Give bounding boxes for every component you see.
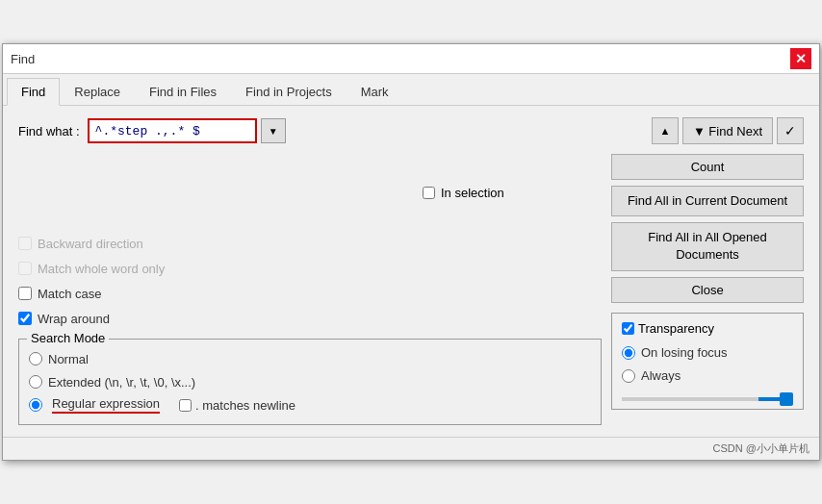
transparency-slider-row [622, 388, 793, 401]
wrap-around-checkbox[interactable] [18, 312, 32, 325]
wrap-around-row: Wrap around [18, 306, 602, 331]
dialog-title: Find [11, 52, 35, 66]
always-label: Always [641, 368, 681, 383]
match-case-row: Match case [18, 281, 602, 306]
tab-replace[interactable]: Replace [60, 78, 135, 105]
radio-regex[interactable] [29, 398, 42, 412]
close-dialog-button[interactable]: ✕ [790, 48, 811, 69]
backward-direction-row: Backward direction [18, 231, 602, 256]
wrap-around-label: Wrap around [38, 312, 110, 326]
title-bar: Find ✕ [3, 44, 819, 74]
match-case-checkbox[interactable] [18, 287, 32, 300]
checkbox-area: Backward direction Match whole word only… [18, 231, 602, 331]
radio-always[interactable] [622, 369, 635, 383]
find-what-row: Find what : ▼ ▲ ▼ Find Next ✓ [18, 117, 804, 144]
matches-newline-area: . matches newline [179, 398, 295, 413]
tab-find[interactable]: Find [7, 78, 60, 106]
left-panel: In selection Backward direction Match wh… [18, 154, 602, 425]
always-row: Always [622, 365, 793, 388]
radio-extended[interactable] [29, 375, 42, 389]
find-next-button[interactable]: ▼ Find Next [682, 117, 773, 144]
matches-newline-checkbox[interactable] [179, 399, 192, 412]
find-what-dropdown-button[interactable]: ▼ [261, 118, 286, 143]
close-button[interactable]: Close [611, 277, 804, 303]
bookmark-button[interactable]: ✓ [777, 117, 804, 144]
transparency-slider[interactable] [622, 397, 793, 401]
transparency-header: Transparency [622, 321, 793, 336]
match-case-label: Match case [38, 287, 101, 301]
find-dialog: Find ✕ Find Replace Find in Files Find i… [2, 43, 820, 461]
dialog-content: Find what : ▼ ▲ ▼ Find Next ✓ In selecti [3, 106, 819, 437]
main-area: In selection Backward direction Match wh… [18, 154, 804, 425]
find-what-input[interactable] [88, 118, 257, 143]
radio-regex-row: Regular expression . matches newline [29, 393, 591, 416]
tab-find-in-projects[interactable]: Find in Projects [231, 78, 347, 105]
match-whole-word-label: Match whole word only [38, 262, 165, 276]
radio-normal[interactable] [29, 352, 42, 365]
radio-extended-row: Extended (\n, \r, \t, \0, \x...) [29, 370, 591, 393]
find-all-opened-button[interactable]: Find All in All Opened Documents [611, 222, 804, 270]
search-mode-box: Search Mode Normal Extended (\n, \r, \t,… [18, 339, 602, 425]
find-all-current-button[interactable]: Find All in Current Document [611, 186, 804, 216]
transparency-box: Transparency On losing focus Always [611, 313, 804, 410]
transparency-label: Transparency [638, 321, 714, 336]
radio-losing-focus[interactable] [622, 346, 635, 360]
backward-direction-checkbox[interactable] [18, 237, 32, 250]
tab-mark[interactable]: Mark [347, 78, 403, 105]
find-what-controls: ▼ [88, 118, 286, 143]
count-button[interactable]: Count [611, 154, 804, 180]
losing-focus-label: On losing focus [641, 345, 728, 360]
tab-bar: Find Replace Find in Files Find in Proje… [3, 74, 819, 106]
in-selection-checkbox[interactable] [423, 187, 435, 199]
backward-direction-label: Backward direction [38, 237, 143, 251]
radio-regex-label: Regular expression [52, 396, 160, 414]
find-previous-button[interactable]: ▲ [652, 117, 679, 144]
match-whole-word-row: Match whole word only [18, 256, 602, 281]
radio-normal-label: Normal [48, 352, 89, 366]
right-panel: Count Find All in Current Document Find … [611, 154, 804, 410]
search-mode-title: Search Mode [27, 331, 109, 345]
matches-newline-label: . matches newline [195, 398, 295, 413]
slider-thumb [780, 392, 793, 406]
in-selection-label: In selection [441, 186, 504, 200]
losing-focus-row: On losing focus [622, 341, 793, 365]
find-what-label: Find what : [18, 124, 80, 139]
in-selection-area: In selection [18, 154, 602, 231]
watermark: CSDN @小小单片机 [713, 442, 809, 454]
transparency-checkbox[interactable] [622, 322, 634, 335]
in-selection-check-row: In selection [423, 186, 504, 200]
radio-normal-row: Normal [29, 347, 591, 370]
tab-find-in-files[interactable]: Find in Files [135, 78, 231, 105]
match-whole-word-checkbox[interactable] [18, 262, 32, 275]
radio-extended-label: Extended (\n, \r, \t, \0, \x...) [48, 375, 195, 390]
footer-bar: CSDN @小小单片机 [3, 437, 819, 460]
